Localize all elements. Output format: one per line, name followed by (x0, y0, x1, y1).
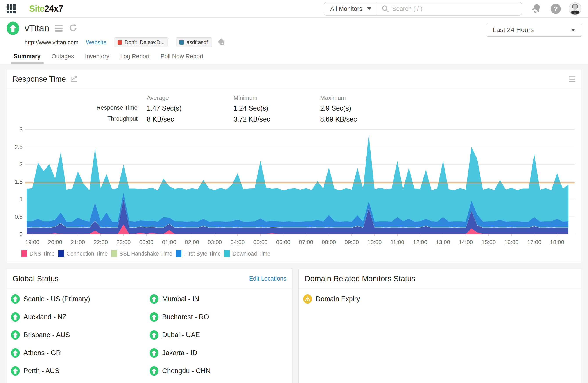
help-icon[interactable]: ? (551, 4, 561, 14)
response-time-title: Response Time (13, 75, 66, 83)
domain-monitors-list: Domain Expiry (299, 288, 582, 309)
x-axis-tick-label: 09:00 (344, 239, 359, 245)
x-axis-tick-label: 04:00 (230, 239, 245, 245)
tag-chip-0[interactable]: Don't_Delete:D... (114, 37, 168, 47)
response-time-average: 1.47 Sec(s) (147, 104, 233, 112)
legend-item-ssl-handshake-time[interactable]: SSL Handshake Time (111, 250, 172, 257)
response-time-maximum: 2.9 Sec(s) (320, 104, 407, 112)
legend-swatch (111, 250, 117, 257)
legend-swatch (176, 250, 181, 257)
tag-label: Don't_Delete:D... (125, 39, 165, 45)
x-axis-tick-label: 06:00 (276, 239, 290, 245)
chart-popout-icon[interactable] (70, 75, 78, 83)
legend-item-dns-time[interactable]: DNS Time (21, 250, 55, 257)
x-axis-tick-label: 01:00 (162, 239, 176, 245)
tab-inventory[interactable]: Inventory (82, 53, 112, 64)
legend-item-first-byte-time[interactable]: First Byte Time (176, 250, 221, 257)
location-label: Seattle - US (Primary) (23, 295, 90, 303)
tag-chip-1[interactable]: asdf:asdf (176, 37, 211, 47)
location-item-dubai-uae[interactable]: Dubai - UAE (149, 330, 288, 340)
tab-poll-now-report[interactable]: Poll Now Report (158, 53, 207, 64)
monitor-name: vTitan (24, 23, 49, 34)
tab-outages[interactable]: Outages (48, 53, 77, 64)
tab-summary[interactable]: Summary (11, 53, 44, 64)
x-axis-tick-label: 13:00 (436, 239, 450, 245)
location-item-seattle-us-primary-[interactable]: Seattle - US (Primary) (11, 294, 149, 304)
location-item-athens-gr[interactable]: Athens - GR (11, 348, 149, 358)
top-bar: Site24x7 All Monitors (0, 0, 588, 18)
throughput-average: 8 KB/sec (147, 115, 233, 123)
location-item-jakarta-id[interactable]: Jakarta - ID (149, 348, 288, 358)
search-bar-group: All Monitors (324, 2, 522, 16)
location-item-auckland-nz[interactable]: Auckland - NZ (11, 312, 149, 322)
chart-legend: DNS TimeConnection TimeSSL Handshake Tim… (6, 249, 582, 263)
legend-swatch (58, 250, 64, 257)
tab-log-report[interactable]: Log Report (117, 53, 153, 64)
x-axis-tick-label: 11:00 (390, 239, 404, 245)
location-up-icon (149, 330, 159, 340)
x-axis-tick-label: 14:00 (459, 239, 473, 245)
domain-monitor-item-domain-expiry[interactable]: Domain Expiry (303, 294, 577, 304)
legend-swatch (224, 250, 230, 257)
edit-locations-link[interactable]: Edit Locations (249, 275, 286, 282)
x-axis-tick-label: 07:00 (299, 239, 313, 245)
x-axis-tick-label: 21:00 (71, 239, 85, 245)
location-up-icon (11, 366, 20, 376)
tag-color-swatch (118, 40, 122, 44)
y-axis-tick-label: 2.5 (15, 144, 22, 150)
app-grid-icon[interactable] (7, 4, 16, 13)
location-label: Perth - AUS (23, 367, 60, 375)
refresh-icon[interactable] (68, 23, 78, 34)
y-axis-tick-label: 3 (20, 126, 22, 133)
legend-item-connection-time[interactable]: Connection Time (58, 250, 108, 257)
monitor-up-status-icon (7, 21, 19, 35)
main-content: Response Time Average Minimum Maximum Re… (0, 64, 588, 383)
location-label: Auckland - NZ (23, 313, 66, 321)
locations-list: Seattle - US (Primary)Mumbai - INAucklan… (6, 288, 293, 383)
x-axis-tick-label: 20:00 (48, 239, 62, 245)
monitor-filter-dropdown[interactable]: All Monitors (324, 2, 377, 15)
monitor-menu-icon[interactable] (55, 24, 63, 33)
location-up-icon (149, 294, 159, 304)
time-range-select[interactable]: Last 24 Hours (487, 23, 581, 37)
search-input[interactable] (392, 5, 517, 12)
legend-label: Download Time (232, 250, 270, 257)
domain-monitors-card: Domain Related Monitors Status Domain Ex… (298, 269, 582, 383)
x-axis-tick-label: 17:00 (527, 239, 541, 245)
time-range-value: Last 24 Hours (493, 26, 534, 34)
location-item-mumbai-in[interactable]: Mumbai - IN (149, 294, 288, 304)
x-axis-tick-label: 02:00 (185, 239, 199, 245)
monitor-type-link[interactable]: Website (86, 39, 106, 46)
throughput-minimum: 3.72 KB/sec (233, 115, 320, 123)
site24x7-dashboard: { "topbar": { "logo_green": "Site", "log… (0, 0, 588, 383)
card-menu-icon[interactable] (569, 75, 575, 83)
location-item-brisbane-aus[interactable]: Brisbane - AUS (11, 330, 149, 340)
user-avatar[interactable] (569, 2, 581, 15)
tag-icon[interactable] (217, 38, 225, 47)
location-up-icon (11, 330, 20, 340)
search-icon (381, 5, 389, 13)
y-axis-tick-label: 1 (20, 196, 22, 202)
site24x7-logo[interactable]: Site24x7 (29, 4, 63, 14)
location-up-icon (149, 312, 159, 322)
location-item-bucharest-ro[interactable]: Bucharest - RO (149, 312, 288, 322)
domain-monitor-label: Domain Expiry (316, 295, 360, 303)
chevron-down-icon (367, 7, 371, 10)
x-axis-tick-label: 16:00 (504, 239, 518, 245)
x-axis-tick-label: 23:00 (116, 239, 130, 245)
location-label: Dubai - UAE (162, 331, 200, 339)
x-axis-tick-label: 08:00 (322, 239, 336, 245)
location-item-chengdu-chn[interactable]: Chengdu - CHN (149, 366, 288, 376)
stat-row-label-response-time: Response Time (6, 104, 147, 112)
response-time-chart[interactable]: 00.511.522.5319:0020:0021:0022:0023:0000… (6, 125, 575, 248)
legend-item-download-time[interactable]: Download Time (224, 250, 270, 257)
warning-icon (303, 294, 312, 304)
x-axis-tick-label: 03:00 (208, 239, 222, 245)
legend-swatch (21, 250, 27, 257)
location-item-perth-aus[interactable]: Perth - AUS (11, 366, 149, 376)
response-stats-table: Average Minimum Maximum Response Time 1.… (6, 89, 582, 125)
tab-bar: SummaryOutagesInventoryLog ReportPoll No… (11, 53, 581, 64)
notifications-bell-icon[interactable] (531, 3, 542, 15)
stat-col-minimum: Minimum (233, 95, 320, 101)
x-axis-tick-label: 12:00 (413, 239, 427, 245)
